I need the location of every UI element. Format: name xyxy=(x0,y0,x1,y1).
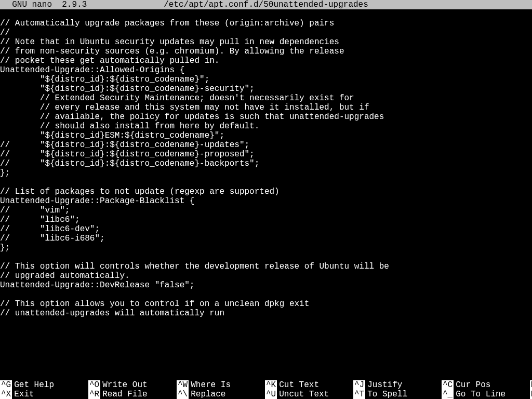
shortcut-key: ^C xyxy=(442,380,454,390)
shortcut-item[interactable]: ^CCur Pos xyxy=(442,380,530,390)
editor-line xyxy=(0,9,532,19)
editor-line: // upgraded automatically. xyxy=(0,271,532,281)
editor-line: // "${distro_id}:${distro_codename}-back… xyxy=(0,159,532,168)
shortcut-label: Uncut Text xyxy=(277,390,329,399)
editor-area[interactable]: // Automatically upgrade packages from t… xyxy=(0,9,532,380)
editor-line xyxy=(0,252,532,262)
editor-line: Unattended-Upgrade::Package-Blacklist { xyxy=(0,196,532,206)
shortcut-item[interactable]: ^JJustify xyxy=(353,380,442,390)
shortcut-bar: ^GGet Help^OWrite Out^WWhere Is^KCut Tex… xyxy=(0,380,532,399)
shortcut-label: Cut Text xyxy=(277,380,319,390)
shortcut-key: M-E xyxy=(530,390,532,399)
shortcut-key: ^W xyxy=(177,380,189,390)
shortcut-key: ^G xyxy=(0,380,12,390)
shortcut-item[interactable]: ^WWhere Is xyxy=(177,380,265,390)
shortcut-label: Justify xyxy=(365,380,402,390)
shortcut-key: ^X xyxy=(0,390,12,399)
shortcut-key: ^O xyxy=(88,380,100,390)
editor-line: Unattended-Upgrade::DevRelease "false"; xyxy=(0,281,532,290)
editor-line: // "libc6-dev"; xyxy=(0,224,532,234)
shortcut-label: Replace xyxy=(189,390,225,399)
editor-line: Unattended-Upgrade::Allowed-Origins { xyxy=(0,65,532,75)
shortcut-key: ^\ xyxy=(177,390,189,399)
editor-line xyxy=(0,178,532,187)
shortcut-label: Exit xyxy=(12,390,34,399)
shortcut-item[interactable]: ^XExit xyxy=(0,390,88,399)
title-bar: GNU nano 2.9.3 /etc/apt/apt.conf.d/50una… xyxy=(0,0,532,9)
editor-line: // xyxy=(0,28,532,37)
shortcut-item[interactable]: ^RRead File xyxy=(88,390,177,399)
shortcut-label: Cur Pos xyxy=(454,380,490,390)
shortcut-item[interactable]: ^\Replace xyxy=(177,390,265,399)
editor-line xyxy=(0,290,532,299)
shortcut-row-2: ^XExit^RRead File^\Replace^UUncut Text^T… xyxy=(0,390,532,399)
editor-line: // List of packages to not update (regex… xyxy=(0,187,532,196)
editor-line: // should also install from here by defa… xyxy=(0,122,532,131)
editor-line: // "${distro_id}:${distro_codename}-prop… xyxy=(0,150,532,159)
shortcut-item[interactable]: M-UUndo xyxy=(530,380,532,390)
shortcut-item[interactable]: ^OWrite Out xyxy=(88,380,177,390)
shortcut-row-1: ^GGet Help^OWrite Out^WWhere Is^KCut Tex… xyxy=(0,380,532,390)
editor-line: // This option will controls whether the… xyxy=(0,262,532,271)
editor-line: // pocket these get automatically pulled… xyxy=(0,56,532,65)
editor-line: // This option allows you to control if … xyxy=(0,299,532,309)
shortcut-label: Where Is xyxy=(189,380,231,390)
editor-line: // "libc6"; xyxy=(0,215,532,224)
shortcut-item[interactable]: ^KCut Text xyxy=(265,380,353,390)
editor-line: // Automatically upgrade packages from t… xyxy=(0,19,532,28)
editor-line: // "vim"; xyxy=(0,206,532,215)
shortcut-item[interactable]: M-ERedo xyxy=(530,390,532,399)
editor-line: // Note that in Ubuntu security updates … xyxy=(0,37,532,47)
shortcut-key: ^J xyxy=(353,380,365,390)
editor-line: // unattended-upgrades will automaticall… xyxy=(0,309,532,318)
editor-line: // available, the policy for updates is … xyxy=(0,112,532,122)
shortcut-key: ^T xyxy=(353,390,365,399)
shortcut-label: Read File xyxy=(100,390,147,399)
shortcut-label: To Spell xyxy=(365,390,407,399)
shortcut-item[interactable]: ^GGet Help xyxy=(0,380,88,390)
shortcut-key: ^K xyxy=(265,380,277,390)
editor-line: // from non-security sources (e.g. chrom… xyxy=(0,47,532,56)
editor-line: // every release and this system may not… xyxy=(0,103,532,112)
shortcut-item[interactable]: ^TTo Spell xyxy=(353,390,442,399)
shortcut-key: ^_ xyxy=(442,390,454,399)
editor-line: "${distro_id}ESM:${distro_codename}"; xyxy=(0,131,532,140)
editor-line: }; xyxy=(0,243,532,252)
file-path: /etc/apt/apt.conf.d/50unattended-upgrade… xyxy=(0,0,532,9)
editor-line: // Extended Security Maintenance; doesn'… xyxy=(0,94,532,103)
shortcut-key: ^R xyxy=(88,390,100,399)
editor-line: // "libc6-i686"; xyxy=(0,234,532,243)
editor-line: "${distro_id}:${distro_codename}-securit… xyxy=(0,84,532,94)
shortcut-label: Get Help xyxy=(12,380,54,390)
shortcut-label: Write Out xyxy=(100,380,147,390)
editor-line: "${distro_id}:${distro_codename}"; xyxy=(0,75,532,84)
shortcut-label: Go To Line xyxy=(454,390,506,399)
editor-line: }; xyxy=(0,168,532,178)
shortcut-item[interactable]: ^UUncut Text xyxy=(265,390,353,399)
shortcut-key: M-U xyxy=(530,380,532,390)
editor-line: // "${distro_id}:${distro_codename}-upda… xyxy=(0,140,532,150)
shortcut-key: ^U xyxy=(265,390,277,399)
shortcut-item[interactable]: ^_Go To Line xyxy=(442,390,530,399)
